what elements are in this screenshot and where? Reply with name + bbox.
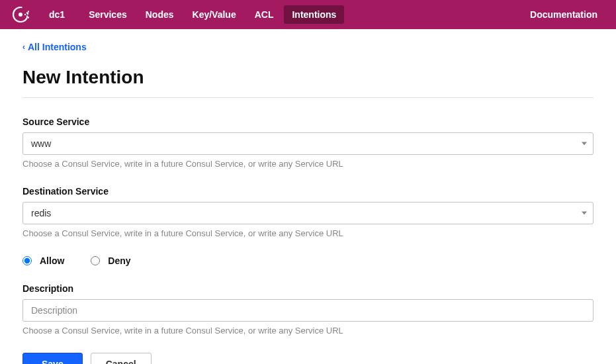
nav-datacenter[interactable]: dc1 <box>41 5 73 24</box>
description-group: Description Choose a Consul Service, wri… <box>22 283 594 336</box>
nav-intentions[interactable]: Intentions <box>284 5 344 24</box>
content: ‹ All Intentions New Intention Source Se… <box>0 29 616 364</box>
description-label: Description <box>22 283 594 294</box>
deny-label[interactable]: Deny <box>108 255 130 266</box>
nav-documentation[interactable]: Documentation <box>522 5 605 24</box>
svg-point-6 <box>28 17 29 18</box>
svg-point-3 <box>26 12 28 13</box>
consul-logo[interactable] <box>11 5 30 24</box>
breadcrumb-all-intentions[interactable]: ‹ All Intentions <box>22 42 87 52</box>
chevron-left-icon: ‹ <box>22 42 25 52</box>
nav-acl[interactable]: ACL <box>247 5 282 24</box>
destination-service-label: Destination Service <box>22 186 594 197</box>
svg-point-2 <box>24 14 26 15</box>
svg-point-5 <box>28 11 29 12</box>
source-service-group: Source Service Choose a Consul Service, … <box>22 116 594 169</box>
nav-nodes[interactable]: Nodes <box>138 5 182 24</box>
page-title: New Intention <box>22 67 594 88</box>
destination-service-select[interactable] <box>22 202 594 224</box>
allow-radio-item: Allow <box>22 255 64 266</box>
button-row: Save Cancel <box>22 353 594 364</box>
deny-radio[interactable] <box>91 256 100 265</box>
nav-key-value[interactable]: Key/Value <box>185 5 244 24</box>
action-radio-group: Allow Deny <box>22 255 594 266</box>
title-divider <box>22 97 594 98</box>
source-service-helper: Choose a Consul Service, write in a futu… <box>22 159 594 169</box>
allow-label[interactable]: Allow <box>40 255 64 266</box>
description-helper: Choose a Consul Service, write in a futu… <box>22 326 594 336</box>
description-input[interactable] <box>22 299 594 322</box>
destination-service-helper: Choose a Consul Service, write in a futu… <box>22 228 594 238</box>
destination-service-select-wrapper <box>22 202 594 224</box>
breadcrumb-label: All Intentions <box>28 42 87 52</box>
svg-point-4 <box>26 15 28 17</box>
source-service-select-wrapper <box>22 132 594 155</box>
source-service-label: Source Service <box>22 116 594 127</box>
save-button[interactable]: Save <box>22 353 83 364</box>
source-service-select[interactable] <box>22 132 594 155</box>
svg-point-1 <box>19 13 22 17</box>
destination-service-group: Destination Service Choose a Consul Serv… <box>22 186 594 238</box>
allow-radio[interactable] <box>22 256 32 265</box>
navbar: dc1 Services Nodes Key/Value ACL Intenti… <box>0 0 616 29</box>
deny-radio-item: Deny <box>91 255 130 266</box>
cancel-button[interactable]: Cancel <box>91 353 152 364</box>
nav-services[interactable]: Services <box>81 5 135 24</box>
nav-items: dc1 Services Nodes Key/Value ACL Intenti… <box>41 5 522 24</box>
